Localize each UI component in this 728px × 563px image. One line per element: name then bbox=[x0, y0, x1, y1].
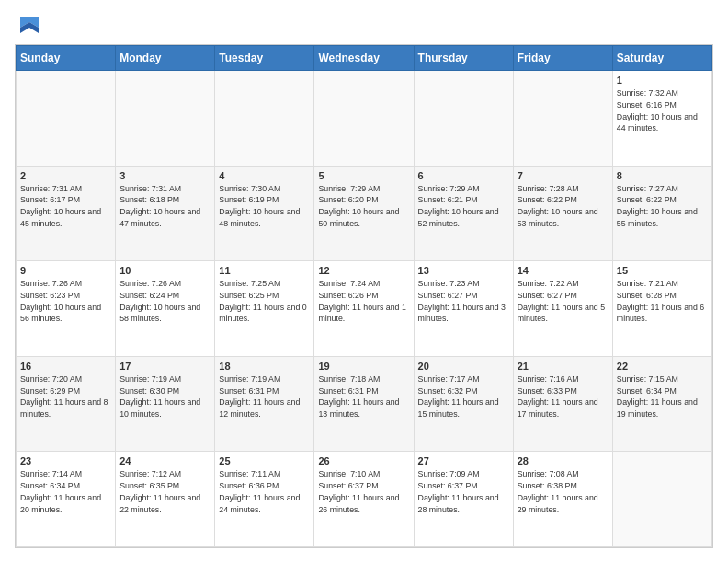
day-number: 20 bbox=[418, 361, 509, 372]
calendar-cell: 24Sunrise: 7:12 AMSunset: 6:35 PMDayligh… bbox=[116, 452, 215, 547]
day-info: Sunrise: 7:25 AMSunset: 6:25 PMDaylight:… bbox=[219, 278, 310, 325]
day-number: 4 bbox=[219, 170, 310, 181]
day-info: Sunrise: 7:09 AMSunset: 6:37 PMDaylight:… bbox=[418, 468, 509, 515]
day-number: 7 bbox=[518, 170, 609, 181]
day-number: 24 bbox=[119, 455, 210, 466]
calendar-cell: 23Sunrise: 7:14 AMSunset: 6:34 PMDayligh… bbox=[17, 452, 116, 547]
calendar-cell: 27Sunrise: 7:09 AMSunset: 6:37 PMDayligh… bbox=[414, 452, 513, 547]
day-info: Sunrise: 7:29 AMSunset: 6:20 PMDaylight:… bbox=[318, 183, 409, 230]
day-info: Sunrise: 7:22 AMSunset: 6:27 PMDaylight:… bbox=[518, 278, 609, 325]
day-number: 28 bbox=[518, 455, 609, 466]
calendar-cell: 8Sunrise: 7:27 AMSunset: 6:22 PMDaylight… bbox=[612, 166, 711, 261]
calendar-week-row: 16Sunrise: 7:20 AMSunset: 6:29 PMDayligh… bbox=[17, 356, 712, 452]
calendar-cell bbox=[414, 71, 513, 167]
day-info: Sunrise: 7:08 AMSunset: 6:38 PMDaylight:… bbox=[518, 468, 609, 515]
calendar-cell: 25Sunrise: 7:11 AMSunset: 6:36 PMDayligh… bbox=[215, 452, 314, 547]
day-info: Sunrise: 7:12 AMSunset: 6:35 PMDaylight:… bbox=[119, 468, 210, 515]
calendar-cell: 12Sunrise: 7:24 AMSunset: 6:26 PMDayligh… bbox=[314, 261, 414, 357]
calendar-cell bbox=[612, 452, 711, 547]
calendar-cell: 21Sunrise: 7:16 AMSunset: 6:33 PMDayligh… bbox=[513, 356, 612, 452]
calendar-cell: 22Sunrise: 7:15 AMSunset: 6:34 PMDayligh… bbox=[612, 356, 711, 452]
calendar-cell: 9Sunrise: 7:26 AMSunset: 6:23 PMDaylight… bbox=[17, 261, 116, 357]
calendar-header-row: SundayMondayTuesdayWednesdayThursdayFrid… bbox=[17, 46, 712, 71]
calendar-cell: 2Sunrise: 7:31 AMSunset: 6:17 PMDaylight… bbox=[17, 166, 116, 261]
day-info: Sunrise: 7:21 AMSunset: 6:28 PMDaylight:… bbox=[617, 278, 708, 325]
calendar-cell: 14Sunrise: 7:22 AMSunset: 6:27 PMDayligh… bbox=[513, 261, 612, 357]
header-day-monday: Monday bbox=[116, 46, 215, 71]
day-number: 5 bbox=[318, 170, 409, 181]
calendar-cell: 10Sunrise: 7:26 AMSunset: 6:24 PMDayligh… bbox=[116, 261, 215, 357]
day-info: Sunrise: 7:32 AMSunset: 6:16 PMDaylight:… bbox=[617, 87, 708, 134]
day-number: 18 bbox=[219, 361, 310, 372]
day-number: 11 bbox=[219, 265, 310, 276]
calendar-cell: 1Sunrise: 7:32 AMSunset: 6:16 PMDaylight… bbox=[612, 71, 711, 167]
day-info: Sunrise: 7:14 AMSunset: 6:34 PMDaylight:… bbox=[20, 468, 111, 515]
day-info: Sunrise: 7:17 AMSunset: 6:32 PMDaylight:… bbox=[418, 373, 509, 420]
header-day-thursday: Thursday bbox=[414, 46, 513, 71]
calendar-cell bbox=[17, 71, 116, 167]
day-number: 16 bbox=[20, 361, 111, 372]
day-number: 25 bbox=[219, 455, 310, 466]
calendar-cell: 19Sunrise: 7:18 AMSunset: 6:31 PMDayligh… bbox=[314, 356, 414, 452]
calendar-cell: 15Sunrise: 7:21 AMSunset: 6:28 PMDayligh… bbox=[612, 261, 711, 357]
calendar-cell bbox=[116, 71, 215, 167]
calendar-cell: 6Sunrise: 7:29 AMSunset: 6:21 PMDaylight… bbox=[414, 166, 513, 261]
header-day-tuesday: Tuesday bbox=[215, 46, 314, 71]
day-number: 2 bbox=[20, 170, 111, 181]
calendar-week-row: 1Sunrise: 7:32 AMSunset: 6:16 PMDaylight… bbox=[17, 71, 712, 167]
calendar-cell: 28Sunrise: 7:08 AMSunset: 6:38 PMDayligh… bbox=[513, 452, 612, 547]
day-info: Sunrise: 7:30 AMSunset: 6:19 PMDaylight:… bbox=[219, 183, 310, 230]
header bbox=[15, 15, 713, 35]
day-info: Sunrise: 7:23 AMSunset: 6:27 PMDaylight:… bbox=[418, 278, 509, 325]
calendar-cell: 26Sunrise: 7:10 AMSunset: 6:37 PMDayligh… bbox=[314, 452, 414, 547]
calendar-week-row: 9Sunrise: 7:26 AMSunset: 6:23 PMDaylight… bbox=[17, 261, 712, 357]
header-day-friday: Friday bbox=[513, 46, 612, 71]
day-info: Sunrise: 7:31 AMSunset: 6:18 PMDaylight:… bbox=[119, 183, 210, 230]
day-info: Sunrise: 7:29 AMSunset: 6:21 PMDaylight:… bbox=[418, 183, 509, 230]
header-day-wednesday: Wednesday bbox=[314, 46, 414, 71]
day-info: Sunrise: 7:11 AMSunset: 6:36 PMDaylight:… bbox=[219, 468, 310, 515]
day-number: 12 bbox=[318, 265, 409, 276]
day-info: Sunrise: 7:28 AMSunset: 6:22 PMDaylight:… bbox=[518, 183, 609, 230]
day-number: 3 bbox=[119, 170, 210, 181]
day-info: Sunrise: 7:16 AMSunset: 6:33 PMDaylight:… bbox=[518, 373, 609, 420]
day-info: Sunrise: 7:26 AMSunset: 6:23 PMDaylight:… bbox=[20, 278, 111, 325]
header-day-saturday: Saturday bbox=[612, 46, 711, 71]
day-info: Sunrise: 7:19 AMSunset: 6:31 PMDaylight:… bbox=[219, 373, 310, 420]
calendar-cell: 3Sunrise: 7:31 AMSunset: 6:18 PMDaylight… bbox=[116, 166, 215, 261]
calendar-cell: 13Sunrise: 7:23 AMSunset: 6:27 PMDayligh… bbox=[414, 261, 513, 357]
day-info: Sunrise: 7:24 AMSunset: 6:26 PMDaylight:… bbox=[318, 278, 409, 325]
day-info: Sunrise: 7:10 AMSunset: 6:37 PMDaylight:… bbox=[318, 468, 409, 515]
day-number: 21 bbox=[518, 361, 609, 372]
day-number: 17 bbox=[119, 361, 210, 372]
calendar-cell: 11Sunrise: 7:25 AMSunset: 6:25 PMDayligh… bbox=[215, 261, 314, 357]
calendar: SundayMondayTuesdayWednesdayThursdayFrid… bbox=[15, 44, 713, 548]
day-number: 9 bbox=[20, 265, 111, 276]
day-number: 19 bbox=[318, 361, 409, 372]
day-number: 1 bbox=[617, 75, 708, 86]
day-info: Sunrise: 7:19 AMSunset: 6:30 PMDaylight:… bbox=[119, 373, 210, 420]
day-number: 23 bbox=[20, 455, 111, 466]
calendar-cell: 16Sunrise: 7:20 AMSunset: 6:29 PMDayligh… bbox=[17, 356, 116, 452]
calendar-cell: 5Sunrise: 7:29 AMSunset: 6:20 PMDaylight… bbox=[314, 166, 414, 261]
calendar-cell: 20Sunrise: 7:17 AMSunset: 6:32 PMDayligh… bbox=[414, 356, 513, 452]
header-day-sunday: Sunday bbox=[17, 46, 116, 71]
calendar-week-row: 2Sunrise: 7:31 AMSunset: 6:17 PMDaylight… bbox=[17, 166, 712, 261]
calendar-cell bbox=[314, 71, 414, 167]
day-number: 27 bbox=[418, 455, 509, 466]
calendar-cell: 7Sunrise: 7:28 AMSunset: 6:22 PMDaylight… bbox=[513, 166, 612, 261]
calendar-cell bbox=[215, 71, 314, 167]
day-number: 15 bbox=[617, 265, 708, 276]
logo bbox=[15, 15, 42, 35]
day-number: 22 bbox=[617, 361, 708, 372]
day-number: 13 bbox=[418, 265, 509, 276]
day-info: Sunrise: 7:20 AMSunset: 6:29 PMDaylight:… bbox=[20, 373, 111, 420]
day-number: 6 bbox=[418, 170, 509, 181]
calendar-table: SundayMondayTuesdayWednesdayThursdayFrid… bbox=[16, 45, 712, 547]
day-number: 14 bbox=[518, 265, 609, 276]
calendar-cell: 4Sunrise: 7:30 AMSunset: 6:19 PMDaylight… bbox=[215, 166, 314, 261]
day-number: 26 bbox=[318, 455, 409, 466]
day-info: Sunrise: 7:26 AMSunset: 6:24 PMDaylight:… bbox=[119, 278, 210, 325]
logo-icon bbox=[17, 15, 42, 35]
calendar-cell: 17Sunrise: 7:19 AMSunset: 6:30 PMDayligh… bbox=[116, 356, 215, 452]
